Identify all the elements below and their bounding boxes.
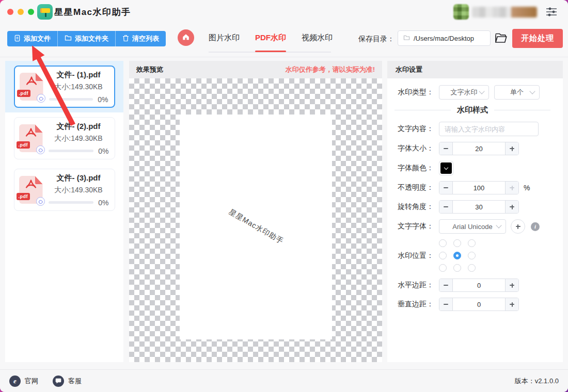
clear-list-button[interactable]: 清空列表 bbox=[115, 31, 166, 46]
pdf-badge: .pdf bbox=[17, 90, 31, 97]
pdf-file-icon: .pdf bbox=[19, 124, 43, 152]
font-family-value: Arial Unicode bbox=[452, 223, 492, 231]
position-radio-bottom-right[interactable] bbox=[468, 264, 476, 272]
position-radio-center[interactable] bbox=[453, 252, 461, 259]
rotation-row: 旋转角度： 30 bbox=[392, 200, 553, 214]
font-family-select[interactable]: Arial Unicode bbox=[439, 219, 506, 234]
font-size-value[interactable]: 20 bbox=[453, 142, 505, 155]
sliders-icon[interactable] bbox=[545, 6, 558, 18]
position-radio-top-right[interactable] bbox=[468, 239, 476, 247]
chevron-down-icon bbox=[479, 88, 484, 94]
style-divider: 水印样式 bbox=[395, 105, 550, 115]
file-size: 大小:149.30KB bbox=[48, 134, 110, 143]
progress-track bbox=[49, 201, 94, 204]
file-card-3[interactable]: .pdf 文件- (3).pdf 大小:149.30KB 0% bbox=[14, 169, 115, 211]
position-radio-top-center[interactable] bbox=[453, 239, 461, 247]
close-button[interactable] bbox=[7, 9, 13, 15]
position-radio-middle-left[interactable] bbox=[439, 252, 447, 259]
clear-list-label: 清空列表 bbox=[132, 34, 159, 43]
plus-icon[interactable] bbox=[505, 182, 518, 194]
text-content-input[interactable] bbox=[439, 122, 539, 136]
droplet-badge-icon bbox=[37, 94, 45, 103]
opacity-stepper: 100 bbox=[439, 181, 519, 194]
website-link[interactable]: 官网 bbox=[9, 375, 38, 387]
trash-icon bbox=[122, 35, 129, 43]
file-card-2[interactable]: .pdf 文件- (2).pdf 大小:149.30KB 0% bbox=[14, 117, 115, 159]
watermark-settings-panel: 水印设置 水印类型： 文字水印 单个 水印样式 文字内容： bbox=[387, 61, 563, 362]
plus-icon[interactable] bbox=[505, 142, 518, 155]
rotation-value[interactable]: 30 bbox=[453, 201, 505, 213]
pdf-file-icon: .pdf bbox=[19, 176, 43, 204]
browse-folder-button[interactable] bbox=[494, 32, 508, 44]
titlebar: 星星Mac水印助手 bbox=[0, 0, 568, 24]
opacity-value[interactable]: 100 bbox=[453, 182, 505, 194]
font-size-row: 字体大小： 20 bbox=[392, 142, 553, 155]
opacity-unit: % bbox=[524, 184, 530, 192]
minus-icon[interactable] bbox=[439, 279, 453, 291]
tab-video-watermark[interactable]: 视频水印 bbox=[302, 33, 333, 51]
minimize-button[interactable] bbox=[18, 9, 24, 15]
font-color-picker[interactable] bbox=[439, 161, 453, 175]
zoom-button[interactable] bbox=[28, 9, 34, 15]
app-title: 星星Mac水印助手 bbox=[54, 6, 131, 18]
minus-icon[interactable] bbox=[439, 201, 453, 213]
file-card-1[interactable]: .pdf 文件- (1).pdf 大小:149.30KB 0% bbox=[14, 66, 115, 108]
pdf-file-icon: .pdf bbox=[20, 73, 43, 101]
position-radio-top-left[interactable] bbox=[439, 239, 447, 247]
position-radio-middle-right[interactable] bbox=[468, 252, 476, 259]
add-font-button[interactable] bbox=[511, 219, 525, 234]
folder-icon bbox=[65, 35, 72, 43]
chevron-down-icon bbox=[444, 166, 448, 170]
h-margin-value[interactable]: 0 bbox=[453, 279, 505, 291]
font-family-label: 文字字体： bbox=[392, 222, 434, 231]
info-icon[interactable] bbox=[531, 222, 540, 231]
add-file-button[interactable]: 添加文件 bbox=[7, 31, 57, 46]
watermark-mode-select[interactable]: 单个 bbox=[494, 85, 540, 100]
opacity-row: 不透明度： 100 % bbox=[392, 181, 553, 194]
plus-icon[interactable] bbox=[505, 279, 518, 291]
tab-image-watermark[interactable]: 图片水印 bbox=[209, 33, 240, 51]
add-folder-label: 添加文件夹 bbox=[75, 34, 108, 43]
add-folder-button[interactable]: 添加文件夹 bbox=[57, 31, 115, 46]
footer-bar: 官网 客服 版本：v2.1.0.0 bbox=[0, 369, 568, 392]
tab-pdf-watermark[interactable]: PDF水印 bbox=[255, 33, 286, 51]
save-dir-label: 保存目录： bbox=[358, 35, 395, 44]
user-name-blurred[interactable] bbox=[472, 7, 537, 18]
start-processing-button[interactable]: 开始处理 bbox=[512, 29, 563, 48]
watermark-type-select[interactable]: 文字水印 bbox=[439, 85, 489, 100]
preview-warning: 水印仅作参考，请以实际为准! bbox=[286, 65, 375, 74]
h-margin-label: 水平边距： bbox=[392, 281, 434, 290]
website-label: 官网 bbox=[25, 377, 38, 386]
file-actions-group: 添加文件 添加文件夹 清空列表 bbox=[7, 31, 166, 46]
font-size-label: 字体大小： bbox=[392, 144, 434, 153]
progress-percent: 0% bbox=[98, 147, 108, 155]
acrobat-glyph-icon bbox=[25, 76, 38, 88]
h-margin-row: 水平边距： 0 bbox=[392, 279, 553, 292]
traffic-lights bbox=[7, 9, 34, 15]
progress-track bbox=[49, 150, 94, 152]
watermark-type-label: 水印类型： bbox=[392, 88, 434, 97]
plus-icon[interactable] bbox=[505, 298, 518, 311]
position-radio-bottom-center[interactable] bbox=[453, 264, 461, 272]
minus-icon[interactable] bbox=[439, 298, 453, 311]
chevron-down-icon bbox=[496, 222, 501, 228]
droplet-badge-icon bbox=[36, 197, 45, 206]
minus-icon[interactable] bbox=[439, 182, 453, 194]
plus-icon[interactable] bbox=[505, 201, 518, 213]
progress-track bbox=[49, 98, 93, 101]
user-avatar-blurred[interactable] bbox=[453, 4, 469, 20]
v-margin-stepper: 0 bbox=[439, 298, 519, 311]
watermark-tabs: 图片水印 PDF水印 视频水印 bbox=[209, 33, 333, 51]
v-margin-value[interactable]: 0 bbox=[453, 298, 505, 311]
minus-icon[interactable] bbox=[439, 142, 453, 155]
save-dir-input[interactable]: /Users/mac/Desktop bbox=[398, 30, 491, 46]
text-content-label: 文字内容： bbox=[392, 124, 434, 134]
file-list-panel: .pdf 文件- (1).pdf 大小:149.30KB 0% bbox=[5, 61, 123, 362]
position-radio-bottom-left[interactable] bbox=[439, 264, 447, 272]
support-link[interactable]: 客服 bbox=[53, 375, 82, 387]
transparency-checkerboard: 星星Mac水印助手 bbox=[129, 78, 382, 362]
watermark-type-value: 文字水印 bbox=[451, 88, 478, 97]
file-row: .pdf 文件- (1).pdf 大小:149.30KB 0% bbox=[5, 61, 123, 112]
file-progress: 0% bbox=[48, 147, 110, 155]
home-button[interactable] bbox=[178, 29, 194, 46]
